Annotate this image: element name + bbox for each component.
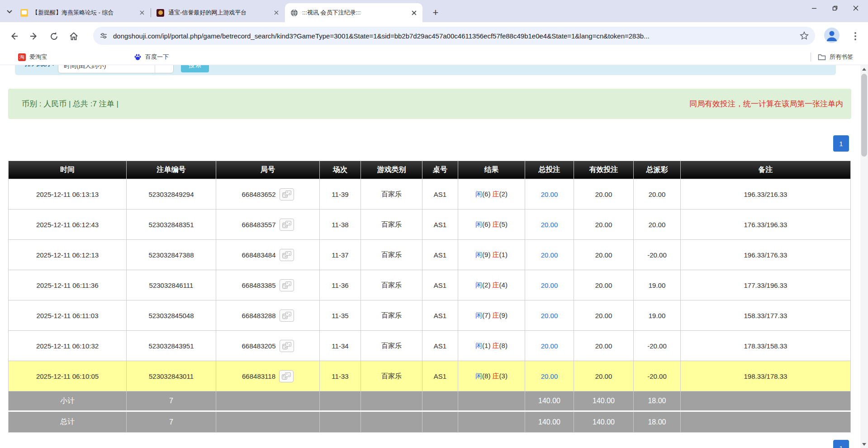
profile-avatar[interactable]: [824, 28, 840, 43]
browser-tab-bar: 【新提醒】海燕策略论坛 - 综合 通宝-信誉最好的网上游戏平台 :::视讯 会员…: [0, 0, 868, 22]
header-time: 时间: [9, 161, 127, 179]
url-bar[interactable]: dongshouji.com/ipl/portal.php/game/betre…: [93, 27, 815, 45]
cell-round-id: 668483557: [216, 210, 320, 240]
bet-record-row: 2025-12-11 06:10:05523032843011668483118…: [9, 361, 851, 391]
all-bookmarks-button[interactable]: 所有书签: [818, 52, 853, 62]
bet-record-row: 2025-12-11 06:13:13523032849294668483652…: [9, 179, 851, 210]
sort-order-select[interactable]: 时间(由大到小): [58, 65, 174, 73]
cell-remark: 158.33/177.33: [681, 300, 851, 331]
cell-round-id: 668483288: [216, 300, 320, 331]
cell-session: 11-38: [320, 210, 361, 240]
bookmark-baidu[interactable]: 百度一下: [134, 52, 169, 62]
tab-title: :::视讯 会员下注纪录:::: [302, 9, 406, 17]
cell-result: 闲(6) 庄(2): [458, 179, 525, 210]
tab-title: 【新提醒】海燕策略论坛 - 综合: [32, 9, 134, 17]
scrollbar-thumb[interactable]: [861, 74, 867, 157]
tab-close-icon[interactable]: [138, 9, 146, 17]
cell-bet-id: 523032849294: [127, 179, 216, 210]
taobao-favicon-icon: 淘: [18, 53, 26, 61]
cell-payout: 19.00: [634, 300, 681, 331]
game-replay-button[interactable]: [280, 249, 294, 261]
dice-icon: [282, 342, 291, 350]
subtotal-label: 小计: [9, 391, 127, 411]
cell-session: 11-39: [320, 179, 361, 210]
search-button[interactable]: 搜索: [181, 65, 209, 72]
cell-session: 11-34: [320, 331, 361, 361]
bookmark-label: 爱淘宝: [29, 53, 47, 61]
cell-remark: 196.33/216.33: [681, 179, 851, 210]
pagination-page-1-button[interactable]: 1: [833, 135, 849, 152]
window-close-button[interactable]: [845, 0, 866, 16]
notice-text: 同局有效投注，统一计算在该局第一张注单内: [689, 89, 843, 119]
browser-tab-2[interactable]: 通宝-信誉最好的网上游戏平台: [151, 3, 285, 22]
cell-total-bet[interactable]: 20.00: [525, 300, 574, 331]
game-replay-button[interactable]: [280, 279, 294, 291]
cell-total-bet[interactable]: 20.00: [525, 179, 574, 210]
cell-remark: 177.33/196.33: [681, 270, 851, 300]
filter-panel: 排列顺序: 时间(由大到小) 搜索: [15, 65, 836, 75]
bet-record-row: 2025-12-11 06:11:03523032845048668483288…: [9, 300, 851, 331]
cell-game-type: 百家乐: [361, 240, 422, 270]
cell-game-type: 百家乐: [361, 179, 422, 210]
grand-total-label: 总计: [9, 411, 127, 433]
cell-payout: 20.00: [634, 179, 681, 210]
cell-table-no: AS1: [422, 270, 458, 300]
tab-close-icon[interactable]: [410, 9, 418, 17]
browser-tab-active[interactable]: :::视讯 会员下注纪录:::: [285, 3, 422, 22]
tab-search-chevron-icon[interactable]: [5, 7, 14, 15]
cell-valid-bet: 20.00: [574, 361, 634, 391]
bookmarks-bar: 淘 爱淘宝 百度一下 所有书签: [0, 49, 868, 65]
url-text: dongshouji.com/ipl/portal.php/game/betre…: [113, 32, 793, 40]
game-replay-button[interactable]: [280, 340, 294, 352]
cell-valid-bet: 20.00: [574, 270, 634, 300]
cell-session: 11-33: [320, 361, 361, 391]
game-replay-button[interactable]: [279, 370, 294, 382]
header-result: 结果: [458, 161, 525, 179]
cell-total-bet[interactable]: 20.00: [525, 240, 574, 270]
cell-total-bet[interactable]: 20.00: [525, 361, 574, 391]
cell-table-no: AS1: [422, 240, 458, 270]
window-restore-button[interactable]: [825, 0, 845, 16]
browser-tab-1[interactable]: 【新提醒】海燕策略论坛 - 综合: [15, 3, 151, 22]
bookmark-star-icon[interactable]: [800, 31, 809, 40]
grand-total-row: 总计 7 140.00 140.00 18.00: [9, 411, 851, 433]
home-button[interactable]: [67, 29, 81, 43]
cell-bet-id: 523032843011: [127, 361, 216, 391]
back-button[interactable]: [7, 29, 21, 43]
cell-total-bet[interactable]: 20.00: [525, 331, 574, 361]
cell-valid-bet: 20.00: [574, 179, 634, 210]
browser-menu-icon[interactable]: [849, 29, 861, 43]
tab-close-icon[interactable]: [272, 9, 280, 17]
game-replay-button[interactable]: [280, 219, 294, 231]
cell-time: 2025-12-11 06:10:32: [9, 331, 127, 361]
new-tab-button[interactable]: +: [429, 6, 442, 19]
scrollbar-up-arrow[interactable]: [860, 65, 868, 73]
cell-total-bet[interactable]: 20.00: [525, 210, 574, 240]
refresh-button[interactable]: [47, 29, 61, 43]
game-replay-button[interactable]: [280, 310, 294, 322]
globe-favicon-icon: [290, 9, 298, 17]
cell-total-bet[interactable]: 20.00: [525, 270, 574, 300]
cell-game-type: 百家乐: [361, 270, 422, 300]
site-settings-icon[interactable]: [100, 32, 108, 40]
scrollbar-down-arrow[interactable]: [860, 440, 868, 448]
bet-record-row: 2025-12-11 06:11:36523032846111668483385…: [9, 270, 851, 300]
tab-title: 通宝-信誉最好的网上游戏平台: [168, 9, 268, 17]
page-content: 排列顺序: 时间(由大到小) 搜索 币别 : 人民币 | 总共 :7 注单 | …: [0, 65, 860, 448]
pagination-bottom-button[interactable]: 1: [833, 440, 849, 448]
cell-game-type: 百家乐: [361, 210, 422, 240]
forward-button[interactable]: [27, 29, 41, 43]
cell-remark: 198.33/178.33: [681, 361, 851, 391]
page-scrollbar[interactable]: [860, 65, 868, 448]
window-minimize-button[interactable]: [804, 0, 825, 16]
bookmark-aitaobao[interactable]: 淘 爱淘宝: [18, 52, 47, 62]
game-replay-button[interactable]: [280, 188, 294, 200]
header-game-type: 游戏类别: [361, 161, 422, 179]
cell-bet-id: 523032846111: [127, 270, 216, 300]
header-payout: 总派彩: [634, 161, 681, 179]
cell-result: 闲(7) 庄(9): [458, 300, 525, 331]
sort-order-label: 排列顺序:: [25, 65, 54, 68]
cell-payout: 20.00: [634, 210, 681, 240]
header-remark: 备注: [681, 161, 851, 179]
browser-toolbar: dongshouji.com/ipl/portal.php/game/betre…: [0, 22, 868, 49]
